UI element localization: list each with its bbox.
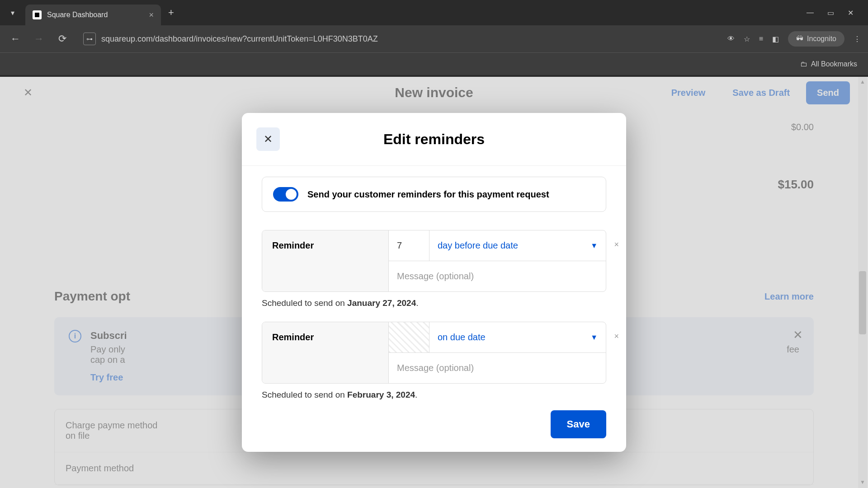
remove-reminder-icon[interactable]: × bbox=[614, 332, 619, 341]
reminders-toggle[interactable] bbox=[273, 187, 298, 202]
modal-body: Send your customer reminders for this pa… bbox=[242, 166, 626, 401]
reminder-label: Reminder bbox=[262, 230, 389, 291]
bookmark-star-icon[interactable]: ☆ bbox=[744, 35, 750, 43]
schedule-text-1: Scheduled to send on January 27, 2024. bbox=[262, 298, 606, 308]
folder-icon: 🗀 bbox=[800, 60, 807, 68]
minimize-icon[interactable]: — bbox=[807, 9, 814, 17]
modal-footer: Save bbox=[242, 401, 626, 452]
active-tab[interactable]: Square Dashboard × bbox=[25, 5, 161, 25]
menu-icon[interactable]: ⋮ bbox=[854, 35, 861, 43]
new-tab-button[interactable]: + bbox=[168, 7, 174, 19]
chevron-down-icon: ▼ bbox=[590, 242, 598, 250]
tab-title: Square Dashboard bbox=[47, 11, 143, 19]
save-button[interactable]: Save bbox=[551, 410, 606, 438]
reminder-card-2: Reminder on due date ▼ bbox=[262, 322, 606, 384]
square-favicon bbox=[33, 10, 42, 19]
maximize-icon[interactable]: ▭ bbox=[827, 9, 834, 17]
reading-list-icon[interactable]: ≡ bbox=[759, 35, 763, 43]
site-info-icon[interactable]: ⊶ bbox=[83, 33, 96, 45]
modal-header: ✕ Edit reminders bbox=[242, 113, 626, 166]
incognito-label: Incognito bbox=[807, 35, 836, 43]
toggle-label: Send your customer reminders for this pa… bbox=[307, 189, 549, 200]
tab-bar: ▾ Square Dashboard × + — ▭ ✕ bbox=[0, 0, 868, 25]
reminder-timing-value: day before due date bbox=[438, 240, 518, 251]
reminder-timing-select[interactable]: day before due date ▼ bbox=[429, 230, 606, 261]
side-panel-icon[interactable]: ◧ bbox=[772, 35, 779, 43]
reminder-block-2: Reminder on due date ▼ × Scheduled to se… bbox=[262, 322, 606, 400]
tab-close-icon[interactable]: × bbox=[149, 10, 154, 20]
reminder-label: Reminder bbox=[262, 322, 389, 383]
reload-button[interactable]: ⟳ bbox=[54, 31, 71, 47]
back-button[interactable]: ← bbox=[7, 31, 24, 47]
modal-title: Edit reminders bbox=[383, 131, 485, 148]
incognito-badge[interactable]: 🕶 Incognito bbox=[788, 31, 844, 47]
eye-off-icon[interactable]: 👁 bbox=[727, 35, 735, 43]
reminder-message-input[interactable] bbox=[397, 363, 598, 373]
tab-search-dropdown[interactable]: ▾ bbox=[4, 4, 22, 22]
reminder-timing-select[interactable]: on due date ▼ bbox=[429, 322, 606, 353]
reminder-card-1: Reminder 7 day before due date ▼ bbox=[262, 230, 606, 292]
reminder-days-input-disabled bbox=[389, 322, 429, 353]
page-content: ✕ New invoice Preview Save as Draft Send… bbox=[0, 77, 868, 488]
url-bar: ← → ⟳ ⊶ squareup.com/dashboard/invoices/… bbox=[0, 25, 868, 52]
reminder-block-1: Reminder 7 day before due date ▼ × Sched… bbox=[262, 230, 606, 308]
bookmarks-bar: 🗀 All Bookmarks bbox=[0, 52, 868, 75]
edit-reminders-modal: ✕ Edit reminders Send your customer remi… bbox=[242, 113, 626, 452]
remove-reminder-icon[interactable]: × bbox=[614, 240, 619, 249]
incognito-icon: 🕶 bbox=[796, 35, 803, 43]
reminder-timing-value: on due date bbox=[438, 332, 486, 343]
reminder-message-input[interactable] bbox=[397, 271, 598, 282]
url-text: squareup.com/dashboard/invoices/new?curr… bbox=[101, 34, 378, 44]
schedule-text-2: Scheduled to send on February 3, 2024. bbox=[262, 390, 606, 400]
chevron-down-icon: ▼ bbox=[590, 333, 598, 342]
reminder-message-field[interactable] bbox=[389, 261, 606, 291]
modal-close-button[interactable]: ✕ bbox=[256, 127, 280, 151]
all-bookmarks-link[interactable]: All Bookmarks bbox=[811, 60, 857, 68]
window-controls: — ▭ ✕ bbox=[807, 9, 864, 17]
reminder-message-field[interactable] bbox=[389, 353, 606, 383]
browser-chrome: ▾ Square Dashboard × + — ▭ ✕ ← → ⟳ ⊶ squ… bbox=[0, 0, 868, 77]
reminder-days-input[interactable]: 7 bbox=[389, 230, 429, 261]
close-window-icon[interactable]: ✕ bbox=[848, 9, 854, 17]
address-bar[interactable]: ⊶ squareup.com/dashboard/invoices/new?cu… bbox=[78, 33, 720, 45]
forward-button[interactable]: → bbox=[31, 31, 47, 47]
reminders-toggle-card: Send your customer reminders for this pa… bbox=[262, 177, 606, 212]
